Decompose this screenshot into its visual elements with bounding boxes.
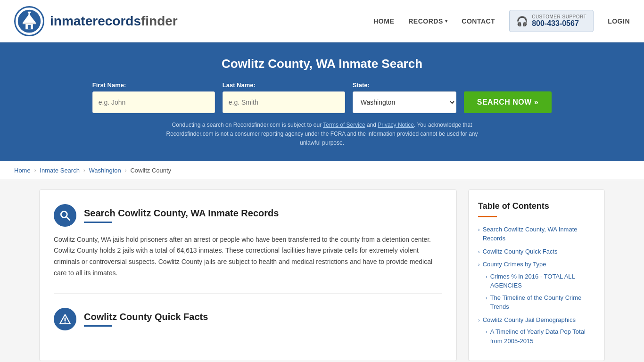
toc-link-3[interactable]: › County Crimes by Type xyxy=(478,260,595,269)
nav-home[interactable]: HOME xyxy=(373,17,394,25)
hero-section: Cowlitz County, WA Inmate Search First N… xyxy=(0,42,644,161)
toc-link-4[interactable]: › Cowlitz County Jail Demographics xyxy=(478,315,595,325)
logo-area: inmaterecordsfinder xyxy=(14,6,178,36)
toc-list: › Search Cowlitz County, WA Inmate Recor… xyxy=(478,225,595,346)
customer-support-box: 🎧 CUSTOMER SUPPORT 800-433-0567 xyxy=(509,10,594,32)
last-name-group: Last Name: xyxy=(223,82,345,113)
toc-sub-link-1[interactable]: › Crimes % in 2016 - TOTAL ALL AGENCIES xyxy=(486,272,595,290)
breadcrumb-sep-3: › xyxy=(125,167,127,173)
toc-sub-item-1: › Crimes % in 2016 - TOTAL ALL AGENCIES xyxy=(486,272,595,290)
breadcrumb-current: Cowlitz County xyxy=(130,167,171,174)
hero-disclaimer: Conducting a search on Recordsfinder.com… xyxy=(157,121,487,148)
privacy-link[interactable]: Privacy Notice xyxy=(378,122,414,128)
svg-rect-5 xyxy=(28,11,31,13)
toc-title: Table of Contents xyxy=(478,201,595,211)
first-name-group: First Name: xyxy=(92,82,215,113)
section2-title: Cowlitz County Quick Facts xyxy=(84,312,208,322)
search-form: First Name: Last Name: State: Washington… xyxy=(0,82,644,113)
site-header: inmaterecordsfinder HOME RECORDS ▾ CONTA… xyxy=(0,0,644,42)
toc-link-1[interactable]: › Search Cowlitz County, WA Inmate Recor… xyxy=(478,225,595,243)
toc-sub-link-2[interactable]: › The Timeline of the County Crime Trend… xyxy=(486,293,595,312)
breadcrumb-inmate-search[interactable]: Inmate Search xyxy=(40,167,80,174)
section2-underline xyxy=(84,325,112,327)
toc-box: Table of Contents › Search Cowlitz Count… xyxy=(468,189,605,362)
svg-rect-6 xyxy=(23,23,36,24)
alert-icon-circle xyxy=(54,308,76,330)
headset-icon: 🎧 xyxy=(516,16,528,27)
section1-title: Search Cowlitz County, WA Inmate Records xyxy=(84,208,279,219)
last-name-input[interactable] xyxy=(223,91,345,113)
toc-sub-list-2: › A Timeline of Yearly Data Pop Total fr… xyxy=(486,327,595,346)
first-name-input[interactable] xyxy=(92,91,215,113)
support-text: CUSTOMER SUPPORT 800-433-0567 xyxy=(532,14,586,28)
main-nav: HOME RECORDS ▾ CONTACT 🎧 CUSTOMER SUPPOR… xyxy=(373,10,630,32)
search-icon-circle xyxy=(54,204,76,227)
chevron-right-icon: › xyxy=(478,248,480,256)
toc-link-2[interactable]: › Cowlitz County Quick Facts xyxy=(478,247,595,256)
last-name-label: Last Name: xyxy=(223,82,345,89)
logo-icon xyxy=(14,6,44,36)
tos-link[interactable]: Terms of Service xyxy=(323,122,365,128)
section2-header: Cowlitz County Quick Facts xyxy=(54,308,442,330)
logo-text: inmaterecordsfinder xyxy=(50,14,178,29)
section2-title-area: Cowlitz County Quick Facts xyxy=(84,312,208,327)
chevron-right-icon: › xyxy=(478,226,480,234)
section1-underline xyxy=(84,222,112,223)
section1-body: Cowlitz County, WA jails hold prisoners … xyxy=(54,234,442,279)
svg-rect-2 xyxy=(28,25,31,29)
svg-point-11 xyxy=(65,321,66,323)
section1-title-area: Search Cowlitz County, WA Inmate Records xyxy=(84,208,279,223)
sidebar: Table of Contents › Search Cowlitz Count… xyxy=(468,189,605,362)
search-button[interactable]: SEARCH NOW » xyxy=(464,91,552,113)
nav-contact[interactable]: CONTACT xyxy=(462,17,495,25)
chevron-right-icon: › xyxy=(486,294,487,302)
breadcrumb-sep-1: › xyxy=(34,167,36,173)
section1-header: Search Cowlitz County, WA Inmate Records xyxy=(54,204,442,227)
breadcrumb-home[interactable]: Home xyxy=(14,167,31,174)
svg-line-8 xyxy=(66,217,70,220)
state-label: State: xyxy=(353,82,456,89)
breadcrumb: Home › Inmate Search › Washington › Cowl… xyxy=(0,161,644,180)
toc-underline xyxy=(478,216,497,217)
nav-login[interactable]: LOGIN xyxy=(608,17,630,25)
support-number: 800-433-0567 xyxy=(532,19,586,28)
chevron-right-icon: › xyxy=(486,273,487,281)
main-content: Search Cowlitz County, WA Inmate Records… xyxy=(25,189,619,362)
toc-item-3: › County Crimes by Type › Crimes % in 20… xyxy=(478,260,595,312)
breadcrumb-washington[interactable]: Washington xyxy=(89,167,121,174)
nav-records[interactable]: RECORDS ▾ xyxy=(408,17,447,25)
state-select[interactable]: Washington Alabama Alaska California Ore… xyxy=(353,91,456,113)
content-left: Search Cowlitz County, WA Inmate Records… xyxy=(39,189,457,362)
section-divider xyxy=(54,293,442,294)
toc-item-4: › Cowlitz County Jail Demographics › A T… xyxy=(478,315,595,346)
breadcrumb-sep-2: › xyxy=(83,167,85,173)
toc-item-2: › Cowlitz County Quick Facts xyxy=(478,247,595,256)
toc-item-1: › Search Cowlitz County, WA Inmate Recor… xyxy=(478,225,595,243)
first-name-label: First Name: xyxy=(92,82,215,89)
chevron-right-icon: › xyxy=(486,328,487,336)
toc-sub-list: › Crimes % in 2016 - TOTAL ALL AGENCIES … xyxy=(486,272,595,312)
hero-title: Cowlitz County, WA Inmate Search xyxy=(0,57,644,71)
chevron-right-icon: › xyxy=(478,316,480,324)
toc-sub-link-3[interactable]: › A Timeline of Yearly Data Pop Total fr… xyxy=(486,327,595,346)
toc-sub-item-2: › The Timeline of the County Crime Trend… xyxy=(486,293,595,312)
toc-sub-item-3: › A Timeline of Yearly Data Pop Total fr… xyxy=(486,327,595,346)
support-label: CUSTOMER SUPPORT xyxy=(532,14,586,19)
chevron-right-icon: › xyxy=(478,261,480,269)
state-group: State: Washington Alabama Alaska Califor… xyxy=(353,82,456,113)
chevron-down-icon: ▾ xyxy=(445,18,448,24)
